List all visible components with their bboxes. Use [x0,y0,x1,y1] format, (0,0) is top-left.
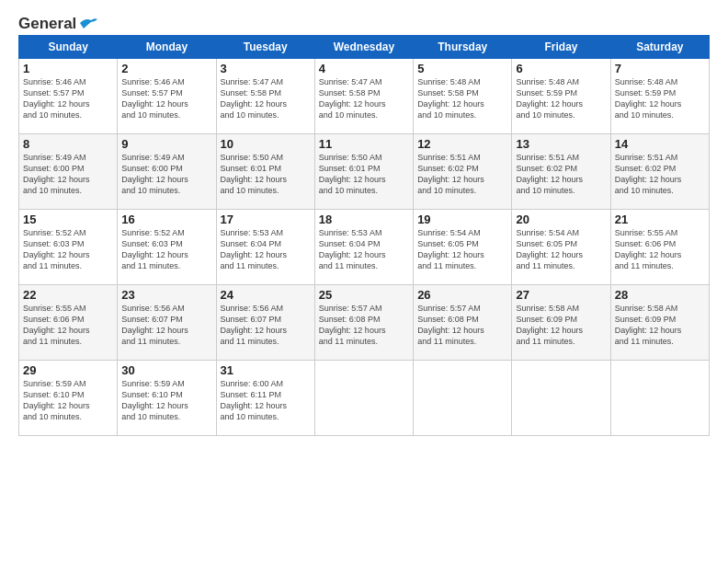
day-number: 1 [23,62,113,75]
cell-sun-info: Sunrise: 5:46 AM Sunset: 5:57 PM Dayligh… [23,76,113,121]
day-number: 3 [221,62,311,75]
calendar-table: Sunday Monday Tuesday Wednesday Thursday… [18,35,710,436]
cell-sun-info: Sunrise: 5:51 AM Sunset: 6:02 PM Dayligh… [417,152,507,197]
calendar-week-row: 15Sunrise: 5:52 AM Sunset: 6:03 PM Dayli… [19,210,710,285]
calendar-cell: 3Sunrise: 5:47 AM Sunset: 5:58 PM Daylig… [216,59,314,134]
day-number: 20 [516,213,606,226]
cell-sun-info: Sunrise: 5:48 AM Sunset: 5:59 PM Dayligh… [516,76,606,121]
day-number: 25 [319,288,409,302]
calendar-cell: 15Sunrise: 5:52 AM Sunset: 6:03 PM Dayli… [19,210,118,285]
day-number: 16 [121,213,211,226]
day-number: 18 [319,213,409,226]
day-number: 4 [319,62,409,75]
cell-sun-info: Sunrise: 5:51 AM Sunset: 6:02 PM Dayligh… [615,152,705,197]
cell-sun-info: Sunrise: 5:52 AM Sunset: 6:03 PM Dayligh… [121,227,211,272]
header-monday: Monday [118,36,216,59]
day-number: 30 [121,363,211,377]
day-number: 13 [516,137,606,151]
cell-sun-info: Sunrise: 5:57 AM Sunset: 6:08 PM Dayligh… [319,303,409,348]
calendar-cell: 14Sunrise: 5:51 AM Sunset: 6:02 PM Dayli… [610,134,709,210]
day-number: 27 [516,288,606,302]
calendar-header-row: Sunday Monday Tuesday Wednesday Thursday… [19,36,710,59]
cell-sun-info: Sunrise: 5:48 AM Sunset: 5:59 PM Dayligh… [615,76,705,121]
cell-sun-info: Sunrise: 5:47 AM Sunset: 5:58 PM Dayligh… [319,76,409,121]
cell-sun-info: Sunrise: 5:50 AM Sunset: 6:01 PM Dayligh… [319,152,409,197]
header-thursday: Thursday [414,36,512,59]
logo: General [18,15,98,29]
calendar-cell: 5Sunrise: 5:48 AM Sunset: 5:58 PM Daylig… [414,59,512,134]
calendar-cell: 30Sunrise: 5:59 AM Sunset: 6:10 PM Dayli… [118,361,216,436]
calendar-cell: 6Sunrise: 5:48 AM Sunset: 5:59 PM Daylig… [512,59,610,134]
day-number: 5 [417,62,507,75]
day-number: 19 [417,213,507,226]
header-sunday: Sunday [19,36,118,59]
header-tuesday: Tuesday [216,36,314,59]
calendar-cell: 26Sunrise: 5:57 AM Sunset: 6:08 PM Dayli… [414,285,512,361]
calendar-cell [512,361,610,436]
header-wednesday: Wednesday [314,36,413,59]
cell-sun-info: Sunrise: 5:59 AM Sunset: 6:10 PM Dayligh… [121,378,211,423]
cell-sun-info: Sunrise: 5:51 AM Sunset: 6:02 PM Dayligh… [516,152,606,197]
cell-sun-info: Sunrise: 5:53 AM Sunset: 6:04 PM Dayligh… [221,227,311,272]
day-number: 29 [23,363,113,377]
calendar-cell: 29Sunrise: 5:59 AM Sunset: 6:10 PM Dayli… [19,361,118,436]
day-number: 26 [417,288,507,302]
cell-sun-info: Sunrise: 5:56 AM Sunset: 6:07 PM Dayligh… [221,303,311,348]
cell-sun-info: Sunrise: 5:55 AM Sunset: 6:06 PM Dayligh… [23,303,113,348]
calendar-cell: 11Sunrise: 5:50 AM Sunset: 6:01 PM Dayli… [314,134,413,210]
calendar-cell: 20Sunrise: 5:54 AM Sunset: 6:05 PM Dayli… [512,210,610,285]
day-number: 14 [615,137,705,151]
cell-sun-info: Sunrise: 5:47 AM Sunset: 5:58 PM Dayligh… [221,76,311,121]
calendar-cell: 25Sunrise: 5:57 AM Sunset: 6:08 PM Dayli… [314,285,413,361]
calendar-cell [314,361,413,436]
calendar-cell: 17Sunrise: 5:53 AM Sunset: 6:04 PM Dayli… [216,210,314,285]
calendar-cell: 28Sunrise: 5:58 AM Sunset: 6:09 PM Dayli… [610,285,709,361]
day-number: 28 [615,288,705,302]
calendar-cell: 1Sunrise: 5:46 AM Sunset: 5:57 PM Daylig… [19,59,118,134]
day-number: 12 [417,137,507,151]
calendar-week-row: 1Sunrise: 5:46 AM Sunset: 5:57 PM Daylig… [19,59,710,134]
cell-sun-info: Sunrise: 5:53 AM Sunset: 6:04 PM Dayligh… [319,227,409,272]
calendar-cell: 19Sunrise: 5:54 AM Sunset: 6:05 PM Dayli… [414,210,512,285]
calendar-cell: 13Sunrise: 5:51 AM Sunset: 6:02 PM Dayli… [512,134,610,210]
cell-sun-info: Sunrise: 6:00 AM Sunset: 6:11 PM Dayligh… [221,378,311,423]
cell-sun-info: Sunrise: 5:49 AM Sunset: 6:00 PM Dayligh… [23,152,113,197]
day-number: 23 [121,288,211,302]
calendar-week-row: 29Sunrise: 5:59 AM Sunset: 6:10 PM Dayli… [19,361,710,436]
calendar-cell: 23Sunrise: 5:56 AM Sunset: 6:07 PM Dayli… [118,285,216,361]
page: General Sunday Monday Tuesday Wednesday … [0,0,728,563]
calendar-cell: 27Sunrise: 5:58 AM Sunset: 6:09 PM Dayli… [512,285,610,361]
calendar-cell: 9Sunrise: 5:49 AM Sunset: 6:00 PM Daylig… [118,134,216,210]
cell-sun-info: Sunrise: 5:49 AM Sunset: 6:00 PM Dayligh… [121,152,211,197]
cell-sun-info: Sunrise: 5:58 AM Sunset: 6:09 PM Dayligh… [615,303,705,348]
day-number: 21 [615,213,705,226]
calendar-cell: 4Sunrise: 5:47 AM Sunset: 5:58 PM Daylig… [314,59,413,134]
cell-sun-info: Sunrise: 5:52 AM Sunset: 6:03 PM Dayligh… [23,227,113,272]
cell-sun-info: Sunrise: 5:46 AM Sunset: 5:57 PM Dayligh… [121,76,211,121]
day-number: 6 [516,62,606,75]
calendar-cell: 7Sunrise: 5:48 AM Sunset: 5:59 PM Daylig… [610,59,709,134]
cell-sun-info: Sunrise: 5:50 AM Sunset: 6:01 PM Dayligh… [221,152,311,197]
calendar-cell: 31Sunrise: 6:00 AM Sunset: 6:11 PM Dayli… [216,361,314,436]
header: General [18,15,710,29]
day-number: 7 [615,62,705,75]
day-number: 31 [221,363,311,377]
logo-general: General [18,15,76,33]
calendar-cell: 10Sunrise: 5:50 AM Sunset: 6:01 PM Dayli… [216,134,314,210]
cell-sun-info: Sunrise: 5:59 AM Sunset: 6:10 PM Dayligh… [23,378,113,423]
calendar-week-row: 8Sunrise: 5:49 AM Sunset: 6:00 PM Daylig… [19,134,710,210]
calendar-cell: 22Sunrise: 5:55 AM Sunset: 6:06 PM Dayli… [19,285,118,361]
calendar-cell: 16Sunrise: 5:52 AM Sunset: 6:03 PM Dayli… [118,210,216,285]
header-saturday: Saturday [610,36,709,59]
day-number: 8 [23,137,113,151]
calendar-week-row: 22Sunrise: 5:55 AM Sunset: 6:06 PM Dayli… [19,285,710,361]
day-number: 9 [121,137,211,151]
calendar-cell: 24Sunrise: 5:56 AM Sunset: 6:07 PM Dayli… [216,285,314,361]
calendar-cell: 18Sunrise: 5:53 AM Sunset: 6:04 PM Dayli… [314,210,413,285]
calendar-cell [610,361,709,436]
cell-sun-info: Sunrise: 5:56 AM Sunset: 6:07 PM Dayligh… [121,303,211,348]
day-number: 11 [319,137,409,151]
cell-sun-info: Sunrise: 5:54 AM Sunset: 6:05 PM Dayligh… [516,227,606,272]
day-number: 2 [121,62,211,75]
day-number: 10 [221,137,311,151]
